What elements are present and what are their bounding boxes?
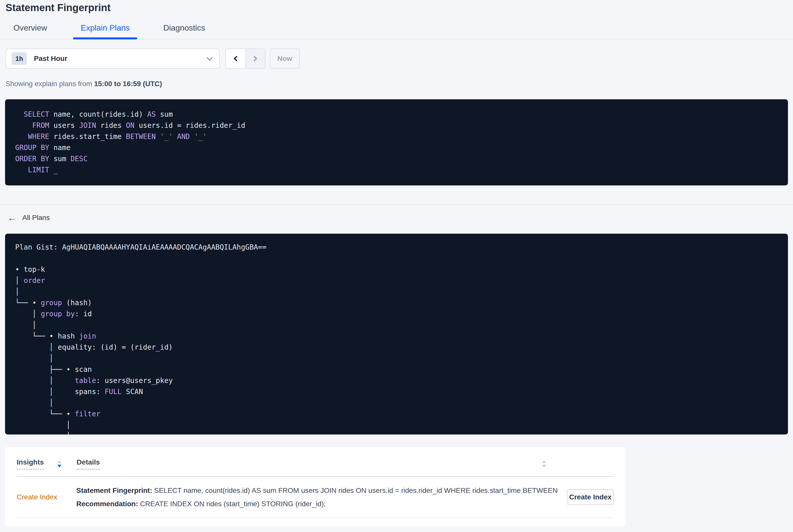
time-range-dropdown[interactable]: 1h Past Hour bbox=[5, 49, 220, 69]
time-range-badge: 1h bbox=[12, 52, 27, 65]
recommendation-text: CREATE INDEX ON rides (start_time) STORI… bbox=[138, 500, 326, 508]
tab-explain-plans[interactable]: Explain Plans bbox=[73, 23, 137, 39]
sort-down-triangle bbox=[57, 465, 61, 467]
recommendation-label: Recommendation: bbox=[76, 500, 138, 508]
tab-bar: Overview Explain Plans Diagnostics bbox=[0, 23, 793, 39]
statement-fingerprint-text: SELECT name, count(rides.id) AS sum FROM… bbox=[152, 487, 559, 494]
insights-card-footer bbox=[17, 518, 614, 527]
insight-type-link[interactable]: Create Index bbox=[17, 493, 76, 501]
showing-prefix: Showing explain plans from bbox=[5, 80, 94, 88]
column-header-insights[interactable]: Insights bbox=[17, 458, 44, 470]
tab-diagnostics[interactable]: Diagnostics bbox=[156, 23, 212, 39]
sort-icon-insights[interactable] bbox=[57, 460, 61, 467]
sort-up-triangle bbox=[57, 460, 61, 463]
prev-time-button[interactable] bbox=[226, 49, 245, 68]
plan-gist-code: Plan Gist: AgHUAQIABQAAAAHYAQIAiAEAAAADC… bbox=[15, 242, 778, 435]
all-plans-link[interactable]: ← All Plans bbox=[7, 213, 50, 223]
column-header-details[interactable]: Details bbox=[77, 458, 100, 470]
insights-table-header: Insights Details bbox=[17, 447, 614, 477]
plan-gist-block: Plan Gist: AgHUAQIABQAAAAHYAQIAiAEAAAADC… bbox=[5, 234, 788, 435]
time-nav-group bbox=[225, 49, 265, 69]
chevron-down-icon bbox=[206, 55, 212, 61]
insight-details-cell: Statement Fingerprint: SELECT name, coun… bbox=[76, 484, 559, 511]
chevron-right-icon bbox=[252, 56, 258, 62]
page-title: Statement Fingerprint bbox=[0, 0, 793, 13]
section-divider bbox=[0, 204, 793, 205]
next-time-button[interactable] bbox=[245, 49, 265, 68]
detail-recommendation: Recommendation: CREATE INDEX ON rides (s… bbox=[76, 497, 559, 511]
statement-fingerprint-label: Statement Fingerprint: bbox=[76, 487, 152, 494]
sql-statement-code: SELECT name, count(rides.id) AS sum FROM… bbox=[15, 109, 778, 175]
tab-overview[interactable]: Overview bbox=[6, 23, 55, 39]
sort-up-triangle bbox=[542, 460, 546, 463]
insights-card: Insights Details Create Index Statement … bbox=[5, 447, 625, 527]
time-range-text: 15:00 to 16:59 (UTC) bbox=[94, 80, 162, 88]
sort-down-triangle bbox=[542, 465, 546, 467]
sort-icon-details[interactable] bbox=[542, 460, 546, 467]
sql-statement-block: SELECT name, count(rides.id) AS sum FROM… bbox=[5, 99, 788, 185]
all-plans-label: All Plans bbox=[22, 213, 50, 223]
now-button[interactable]: Now bbox=[270, 49, 300, 69]
time-controls: 1h Past Hour Now bbox=[5, 49, 788, 69]
showing-text: Showing explain plans from 15:00 to 16:5… bbox=[5, 80, 788, 88]
chevron-left-icon bbox=[234, 56, 240, 62]
arrow-left-icon: ← bbox=[7, 213, 16, 222]
detail-statement: Statement Fingerprint: SELECT name, coun… bbox=[76, 484, 559, 497]
time-range-label: Past Hour bbox=[34, 55, 67, 63]
insight-table-row: Create Index Statement Fingerprint: SELE… bbox=[17, 477, 614, 518]
create-index-button[interactable]: Create Index bbox=[567, 489, 614, 505]
